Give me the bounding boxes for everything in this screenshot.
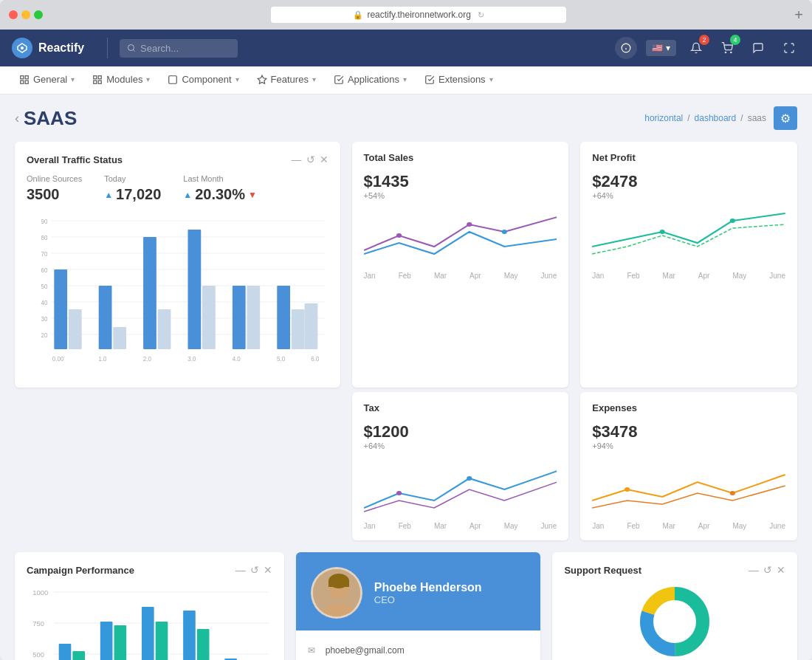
support-card: Support Request — ↺ ✕ [552, 552, 797, 660]
svg-rect-71 [72, 651, 85, 660]
svg-rect-31 [54, 269, 67, 349]
features-icon [257, 75, 267, 85]
card-header: Campaign Performance — ↺ ✕ [27, 564, 272, 576]
profile-name: Phoebe Henderson [374, 581, 482, 594]
fullscreen-button[interactable] [778, 37, 800, 59]
svg-point-54 [660, 230, 665, 234]
svg-text:40: 40 [41, 299, 48, 307]
tax-change: +64% [364, 441, 409, 450]
nav-features[interactable]: Features ▾ [250, 66, 323, 94]
expenses-chart [592, 456, 785, 519]
messages-button[interactable] [747, 37, 769, 59]
last-month-label: Last Month [183, 174, 257, 183]
svg-rect-7 [25, 80, 28, 83]
svg-point-59 [730, 491, 735, 495]
notifications-button[interactable]: 2 [685, 37, 707, 59]
svg-rect-70 [59, 644, 72, 660]
new-tab-button[interactable]: + [794, 7, 803, 24]
profile-details: ✉ phoebe@gmail.com 📞 +01 123 456 7890 📋 … [296, 630, 541, 660]
nav-extensions[interactable]: Extensions ▾ [417, 66, 500, 94]
minimize-card-button[interactable]: — [749, 564, 759, 576]
close-button[interactable] [9, 10, 18, 19]
svg-text:80: 80 [41, 234, 48, 242]
chevron-icon: ▾ [489, 75, 493, 83]
nav-general-label: General [33, 74, 67, 85]
search-input[interactable] [140, 43, 229, 54]
language-button[interactable]: 🇺🇸 ▾ [646, 40, 676, 56]
svg-rect-9 [94, 75, 97, 78]
logo-icon [12, 38, 32, 58]
breadcrumb-dashboard[interactable]: dashboard [695, 113, 737, 123]
tax-chart [364, 456, 557, 519]
online-sources-label: Online Sources [27, 174, 82, 183]
svg-point-56 [467, 476, 472, 481]
svg-text:6.0: 6.0 [311, 355, 319, 363]
down-arrow-icon: ▼ [248, 190, 257, 200]
chevron-icon: ▾ [312, 75, 316, 83]
page-header: ‹ SAAS horizontal / dashboard / saas ⚙ [15, 106, 797, 130]
svg-rect-13 [169, 75, 177, 83]
refresh-card-button[interactable]: ↺ [250, 564, 259, 576]
svg-text:20: 20 [41, 331, 48, 340]
settings-gear-button[interactable]: ⚙ [774, 106, 797, 130]
card-actions: — ↺ ✕ [235, 564, 272, 576]
search-box[interactable] [120, 39, 238, 58]
svg-point-52 [467, 222, 472, 227]
maximize-button[interactable] [34, 10, 43, 19]
nav-modules[interactable]: Modules ▾ [85, 66, 157, 94]
applications-icon [334, 75, 344, 85]
svg-rect-74 [142, 607, 154, 660]
url-text: reactify.theironnetwork.org [367, 10, 471, 20]
refresh-card-button[interactable]: ↺ [306, 154, 315, 165]
chevron-icon: ▾ [403, 75, 407, 83]
chevron-icon: ▾ [235, 75, 239, 83]
net-profit-labels: JanFebMarAprMayJune [592, 272, 785, 280]
svg-rect-10 [98, 75, 101, 78]
svg-point-58 [625, 487, 630, 492]
svg-rect-38 [202, 286, 216, 349]
svg-text:30: 30 [41, 315, 48, 323]
expenses-card: Expenses $3478 +94% [580, 392, 797, 540]
svg-rect-76 [183, 611, 196, 660]
tax-value: $1200 [364, 422, 409, 441]
campaign-card: Campaign Performance — ↺ ✕ 1000 750 500 [15, 552, 284, 660]
svg-rect-40 [247, 286, 260, 349]
svg-text:90: 90 [41, 218, 48, 226]
minimize-button[interactable] [21, 10, 30, 19]
expenses-change: +94% [592, 441, 637, 450]
close-card-button[interactable]: ✕ [320, 154, 328, 165]
svg-text:70: 70 [41, 250, 48, 258]
tax-card: Tax $1200 +64% [352, 392, 569, 540]
nav-applications[interactable]: Applications ▾ [326, 66, 414, 94]
extensions-icon [424, 75, 435, 85]
avatar [311, 567, 362, 619]
card-header: Total Sales [364, 152, 557, 163]
svg-rect-72 [100, 622, 113, 660]
breadcrumb-horizontal[interactable]: horizontal [644, 113, 683, 123]
svg-text:5.0: 5.0 [277, 355, 285, 363]
nav-general[interactable]: General ▾ [12, 66, 82, 94]
cart-button[interactable]: 4 [716, 37, 738, 59]
minimize-card-button[interactable]: — [235, 564, 246, 576]
back-arrow[interactable]: ‹ [15, 111, 19, 126]
close-card-button[interactable]: ✕ [264, 564, 272, 576]
svg-rect-43 [305, 303, 318, 349]
svg-rect-6 [25, 75, 28, 78]
info-button[interactable] [615, 37, 637, 59]
profile-role: CEO [374, 594, 482, 605]
nav-component[interactable]: Component ▾ [160, 66, 246, 94]
refresh-card-button[interactable]: ↺ [763, 564, 772, 576]
nav-extensions-label: Extensions [438, 74, 486, 85]
total-sales-title: Total Sales [364, 152, 414, 163]
svg-rect-42 [292, 309, 305, 349]
minimize-card-button[interactable]: — [292, 154, 302, 165]
campaign-title: Campaign Performance [27, 565, 134, 576]
net-profit-change: +64% [592, 191, 637, 200]
close-card-button[interactable]: ✕ [777, 564, 785, 576]
breadcrumb-current: saas [748, 113, 766, 123]
url-bar[interactable]: 🔒 reactify.theironnetwork.org ↻ [271, 7, 566, 23]
svg-point-1 [128, 45, 134, 51]
bottom-row: Campaign Performance — ↺ ✕ 1000 750 500 [15, 552, 797, 660]
component-icon [168, 75, 178, 85]
card-header: Expenses [592, 402, 785, 413]
